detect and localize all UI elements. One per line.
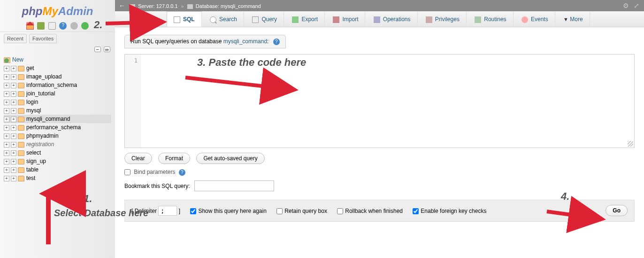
tree-db-mysql[interactable]: ++mysql bbox=[4, 106, 111, 115]
expand2-icon[interactable]: + bbox=[11, 167, 16, 173]
link-icon[interactable]: ∞ bbox=[104, 47, 110, 52]
rollback-checkbox[interactable] bbox=[337, 208, 343, 214]
foreign-label[interactable]: Enable foreign key checks bbox=[413, 208, 486, 214]
expand2-icon[interactable]: + bbox=[11, 133, 16, 139]
breadcrumb-server-value[interactable]: 127.0.0.1 bbox=[156, 3, 178, 9]
expand-icon[interactable]: + bbox=[4, 125, 9, 131]
expand2-icon[interactable]: + bbox=[11, 117, 16, 122]
expand2-icon[interactable]: + bbox=[11, 142, 16, 148]
bookmark-input[interactable] bbox=[194, 180, 274, 191]
tree-db-registration[interactable]: ++registration bbox=[4, 140, 111, 149]
sql-icon[interactable] bbox=[48, 22, 56, 30]
expand2-icon[interactable]: + bbox=[11, 91, 16, 97]
show-again-label[interactable]: Show this query here again bbox=[190, 208, 266, 214]
tree-db-performance-schema[interactable]: ++performance_schema bbox=[4, 123, 111, 132]
expand-icon[interactable]: + bbox=[4, 142, 9, 148]
retain-checkbox[interactable] bbox=[276, 208, 283, 214]
tree-db-get[interactable]: ++get bbox=[4, 64, 111, 72]
tab-export[interactable]: Export bbox=[285, 12, 325, 27]
tab-query[interactable]: Query bbox=[245, 12, 284, 27]
tree-db-join-tutorial[interactable]: ++join_tutorial bbox=[4, 89, 111, 98]
tab-more[interactable]: ▼ More bbox=[557, 12, 590, 27]
expand-icon[interactable]: + bbox=[4, 83, 9, 88]
sql-textarea[interactable] bbox=[141, 55, 634, 148]
expand-icon[interactable]: + bbox=[4, 176, 9, 181]
tab-recent[interactable]: Recent bbox=[4, 34, 27, 43]
tree-db-image-upload[interactable]: ++image_upload bbox=[4, 72, 111, 81]
expand-icon[interactable]: + bbox=[4, 66, 9, 71]
back-arrow-icon[interactable]: ← bbox=[119, 0, 125, 11]
bind-parameters-checkbox[interactable] bbox=[124, 169, 130, 175]
tab-events[interactable]: Events bbox=[515, 12, 555, 27]
expand-icon[interactable]: + bbox=[4, 117, 9, 122]
expand-icon[interactable]: + bbox=[4, 167, 9, 173]
sql-footer-row: [ Delimiter ] Show this query here again… bbox=[124, 200, 635, 222]
retain-label[interactable]: Retain query box bbox=[276, 208, 327, 214]
tab-routines[interactable]: Routines bbox=[468, 12, 513, 27]
tab-bar: SQL Search Query Export Import Operation… bbox=[115, 11, 644, 27]
expand-icon[interactable]: + bbox=[4, 100, 9, 105]
tree-db-select[interactable]: ++select bbox=[4, 149, 111, 157]
expand2-icon[interactable]: + bbox=[11, 74, 16, 80]
recent-favorites-tabs: Recent Favorites bbox=[0, 31, 115, 45]
expand-icon[interactable]: + bbox=[4, 91, 9, 97]
settings-icon[interactable] bbox=[70, 22, 78, 30]
reload-icon[interactable] bbox=[81, 22, 89, 30]
expand-icon[interactable]: + bbox=[4, 133, 9, 139]
tree-db-mysqli-command[interactable]: ++mysqli_command bbox=[4, 115, 111, 123]
phpmyadmin-logo[interactable]: phpMyAdmin bbox=[0, 0, 115, 20]
home-icon[interactable] bbox=[26, 22, 34, 30]
tree-new-db[interactable]: New bbox=[4, 55, 111, 64]
tree-db-test[interactable]: ++test bbox=[4, 174, 111, 182]
tab-privileges[interactable]: Privileges bbox=[419, 12, 467, 27]
help-icon[interactable]: ? bbox=[273, 39, 280, 45]
gear-icon[interactable]: ⚙ bbox=[623, 0, 629, 7]
tab-sql[interactable]: SQL bbox=[167, 11, 202, 27]
expand-icon[interactable]: + bbox=[4, 159, 9, 164]
show-again-checkbox[interactable] bbox=[190, 208, 196, 214]
tab-search[interactable]: Search bbox=[203, 12, 244, 27]
database-icon bbox=[18, 159, 24, 164]
tree-db-table[interactable]: ++table bbox=[4, 165, 111, 174]
expand-icon[interactable]: + bbox=[4, 150, 9, 156]
tree-db-information-schema[interactable]: ++information_schema bbox=[4, 81, 111, 89]
breadcrumb-db-value[interactable]: mysqli_command bbox=[221, 3, 261, 9]
rollback-label[interactable]: Rollback when finished bbox=[337, 208, 403, 214]
expand-icon[interactable]: + bbox=[4, 108, 9, 114]
tree-db-phpmyadmin[interactable]: ++phpmyadmin bbox=[4, 132, 111, 140]
format-button[interactable]: Format bbox=[158, 153, 190, 164]
help-icon[interactable]: ? bbox=[179, 169, 185, 176]
sidebar: phpMyAdmin Recent Favorites − ∞ New ++ge… bbox=[0, 0, 115, 258]
go-button[interactable]: Go bbox=[606, 205, 628, 216]
logout-icon[interactable] bbox=[37, 22, 45, 30]
expand2-icon[interactable]: + bbox=[11, 176, 16, 181]
resize-handle-icon[interactable] bbox=[628, 141, 633, 147]
expand2-icon[interactable]: + bbox=[11, 66, 16, 71]
autosaved-button[interactable]: Get auto-saved query bbox=[196, 153, 264, 164]
docs-icon[interactable] bbox=[59, 22, 67, 30]
clear-button[interactable]: Clear bbox=[124, 153, 152, 164]
sql-head-dbname[interactable]: mysqli_command bbox=[223, 38, 267, 45]
tab-import[interactable]: Import bbox=[326, 12, 365, 27]
operations-icon bbox=[374, 16, 380, 23]
database-tree: New ++get ++image_upload ++information_s… bbox=[0, 54, 115, 184]
collapse-panel-icon[interactable]: ⤢ bbox=[634, 0, 640, 7]
tab-favorites[interactable]: Favorites bbox=[29, 34, 57, 43]
delimiter-block: [ Delimiter ] bbox=[131, 208, 182, 214]
breadcrumb-bar: ← Server: 127.0.0.1 » Database: mysqli_c… bbox=[115, 0, 644, 11]
foreign-checkbox[interactable] bbox=[413, 208, 419, 214]
tree-db-sign-up[interactable]: ++sign_up bbox=[4, 157, 111, 165]
expand-icon[interactable]: + bbox=[4, 74, 9, 80]
expand2-icon[interactable]: + bbox=[11, 108, 16, 114]
expand2-icon[interactable]: + bbox=[11, 83, 16, 88]
expand2-icon[interactable]: + bbox=[11, 150, 16, 156]
collapse-all-icon[interactable]: − bbox=[94, 47, 101, 52]
delimiter-input[interactable] bbox=[158, 206, 177, 216]
expand2-icon[interactable]: + bbox=[11, 100, 16, 105]
expand2-icon[interactable]: + bbox=[11, 159, 16, 164]
database-icon bbox=[18, 66, 24, 71]
expand2-icon[interactable]: + bbox=[11, 125, 16, 131]
tab-operations[interactable]: Operations bbox=[367, 12, 418, 27]
tree-db-login[interactable]: ++login bbox=[4, 98, 111, 106]
bookmark-row: Bookmark this SQL query: bbox=[124, 180, 635, 191]
